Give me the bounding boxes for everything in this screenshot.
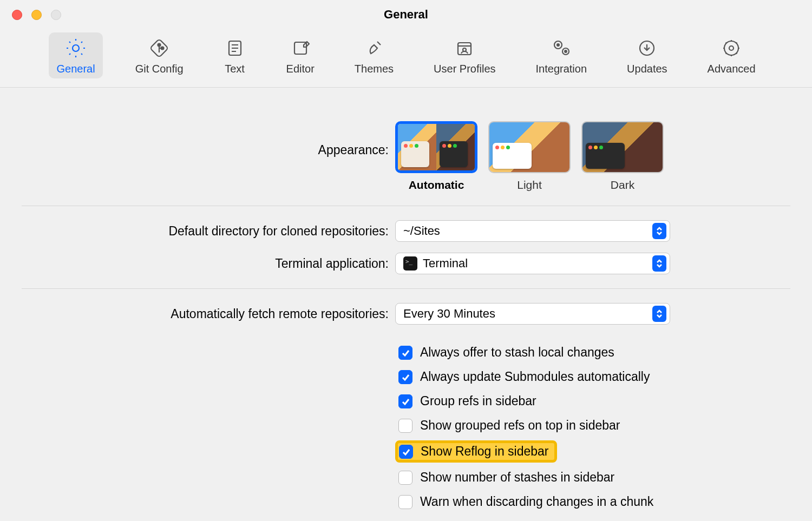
check-label: Show grouped refs on top in sidebar <box>420 418 620 433</box>
checkbox-icon <box>398 370 412 384</box>
appearance-options: Automatic Light Dark <box>395 121 664 192</box>
tab-label: Updates <box>627 63 667 75</box>
tab-label: Advanced <box>708 63 756 75</box>
tab-themes[interactable]: Themes <box>347 32 401 78</box>
themes-icon <box>363 37 385 60</box>
stepper-icon <box>652 255 666 272</box>
minimize-icon[interactable] <box>31 10 42 20</box>
checkbox-icon <box>398 346 412 360</box>
appearance-label: Appearance: <box>22 121 395 157</box>
editor-icon <box>289 37 312 60</box>
terminal-combo[interactable]: Terminal <box>395 253 670 274</box>
appearance-caption: Light <box>517 179 542 192</box>
appearance-caption: Automatic <box>409 179 464 192</box>
check-label: Group refs in sidebar <box>420 394 536 408</box>
stepper-icon <box>652 223 666 239</box>
tab-label: Themes <box>355 63 394 75</box>
default-dir-label: Default directory for cloned repositorie… <box>22 224 395 239</box>
terminal-icon <box>403 256 417 271</box>
fetch-combo[interactable]: Every 30 Minutes <box>395 303 670 325</box>
appearance-option-light[interactable]: Light <box>488 121 571 192</box>
tab-advanced[interactable]: Advanced <box>700 32 763 78</box>
fetch-value: Every 30 Minutes <box>403 307 652 321</box>
check-label: Warn when discarding changes in a chunk <box>420 494 653 509</box>
tab-user-profiles[interactable]: User Profiles <box>426 32 503 78</box>
svg-point-14 <box>729 46 734 50</box>
zoom-icon[interactable] <box>51 10 61 20</box>
tab-updates[interactable]: Updates <box>619 32 675 78</box>
checkbox-icon <box>398 495 412 509</box>
check-stash-changes[interactable]: Always offer to stash local changes <box>395 343 657 362</box>
appearance-thumb <box>395 121 477 173</box>
appearance-thumb <box>488 121 571 173</box>
tab-integration[interactable]: Integration <box>528 32 595 78</box>
tab-git-config[interactable]: Git Config <box>128 32 191 78</box>
tab-label: Integration <box>536 63 587 75</box>
updates-icon <box>636 37 658 60</box>
checkbox-icon <box>399 445 413 459</box>
tab-text[interactable]: Text <box>216 32 254 78</box>
text-icon <box>224 37 246 60</box>
fetch-label: Automatically fetch remote repositories: <box>22 307 395 321</box>
check-label: Always offer to stash local changes <box>420 345 614 360</box>
default-dir-combo[interactable]: ~/Sites <box>395 220 670 242</box>
default-dir-value: ~/Sites <box>403 224 652 238</box>
appearance-caption: Dark <box>611 179 634 192</box>
tab-general[interactable]: General <box>49 32 102 78</box>
terminal-value: Terminal <box>423 256 652 271</box>
stepper-icon <box>652 306 666 322</box>
close-icon[interactable] <box>12 10 22 20</box>
checkbox-icon <box>398 394 412 408</box>
window-controls <box>12 10 61 20</box>
check-stashes-count[interactable]: Show number of stashes in sidebar <box>395 468 657 487</box>
terminal-label: Terminal application: <box>22 256 395 271</box>
checkbox-icon <box>398 471 412 485</box>
check-label: Show number of stashes in sidebar <box>420 470 614 485</box>
appearance-option-automatic[interactable]: Automatic <box>395 121 477 192</box>
preferences-toolbar: General Git Config Text Editor Themes Us… <box>0 29 812 88</box>
tab-label: User Profiles <box>434 63 495 75</box>
section-fetch: Automatically fetch remote repositories:… <box>22 289 790 521</box>
svg-point-2 <box>158 44 161 47</box>
user-profiles-icon <box>453 37 476 60</box>
advanced-icon <box>720 37 743 60</box>
check-warn-discard[interactable]: Warn when discarding changes in a chunk <box>395 492 657 511</box>
integration-icon <box>550 37 573 60</box>
tab-label: Editor <box>286 63 315 75</box>
check-update-submodules[interactable]: Always update Submodules automatically <box>395 367 657 386</box>
gear-icon <box>64 37 87 60</box>
check-label: Always update Submodules automatically <box>420 370 650 384</box>
checkbox-icon <box>398 419 412 433</box>
checks-column: Always offer to stash local changes Alwa… <box>395 335 657 517</box>
svg-point-0 <box>73 45 79 51</box>
svg-point-11 <box>565 50 567 52</box>
git-icon <box>148 37 171 60</box>
svg-point-10 <box>557 44 559 46</box>
section-paths: Default directory for cloned repositorie… <box>22 206 790 289</box>
appearance-thumb <box>581 121 664 173</box>
check-label: Show Reflog in sidebar <box>421 444 549 459</box>
check-grouped-refs-top[interactable]: Show grouped refs on top in sidebar <box>395 416 657 435</box>
section-appearance: Appearance: Automatic Light <box>22 107 790 206</box>
svg-point-3 <box>161 47 164 50</box>
window-title: General <box>0 8 812 22</box>
check-show-reflog[interactable]: Show Reflog in sidebar <box>395 440 557 463</box>
check-group-refs[interactable]: Group refs in sidebar <box>395 392 657 411</box>
titlebar: General <box>0 0 812 29</box>
tab-label: General <box>56 63 95 75</box>
preferences-content: Appearance: Automatic Light <box>0 88 812 521</box>
tab-editor[interactable]: Editor <box>279 32 322 78</box>
appearance-option-dark[interactable]: Dark <box>581 121 664 192</box>
tab-label: Text <box>225 63 245 75</box>
tab-label: Git Config <box>135 63 184 75</box>
